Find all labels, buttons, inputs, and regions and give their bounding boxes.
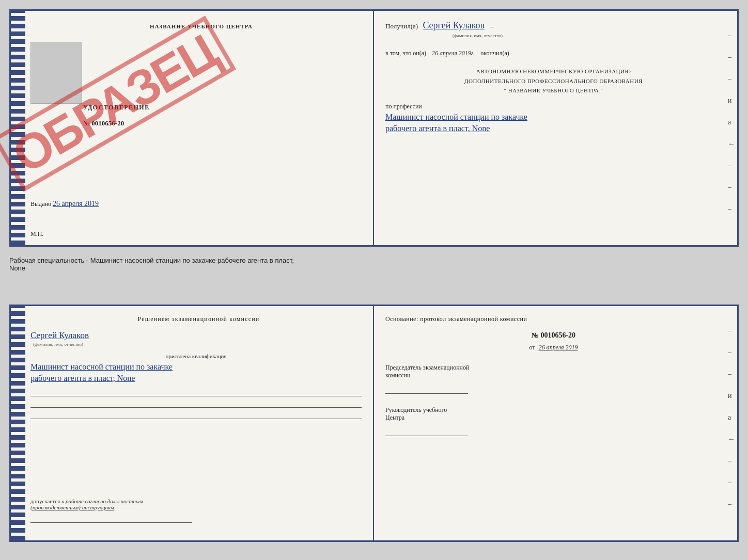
top-right-panel: – – – и а ← – – – Получил(а) Сергей Кула… [374, 11, 737, 245]
top-left-panel: НАЗВАНИЕ УЧЕБНОГО ЦЕНТРА ОБРАЗЕЦ УДОСТОВ… [11, 11, 374, 245]
predsedatel-label-1: Председатель экзаменационной [385, 364, 722, 372]
komissia-name: Сергей Кулаков [30, 330, 362, 341]
okonchil-label: окончил(а) [480, 50, 509, 57]
rukovoditel-signature-line [385, 425, 468, 436]
date-line: в том, что он(а) 26 апреля 2019г. окончи… [385, 50, 722, 57]
bottom-left-edge-decoration [11, 306, 25, 540]
dash-mid: – [490, 22, 494, 30]
dopusk-italic-2: (производственным) инструкциям [30, 504, 114, 510]
mp-label: М.П. [30, 230, 43, 238]
fio-hint-top: (фамилия, имя, отчество) [453, 33, 503, 38]
dash-6: ← [728, 140, 735, 148]
separator-text: Рабочая специальность - Машинист насосно… [9, 257, 294, 272]
dash-5: а [728, 118, 735, 126]
profession-label: по профессии [385, 103, 722, 110]
b-dash-1: – [728, 327, 735, 335]
b-dash-6: ← [728, 435, 735, 443]
b-dash-3: – [728, 370, 735, 378]
dopuskaetsya-block: допускается к работе согласно должностны… [30, 498, 192, 525]
komissia-header: Решением экзаменационной комиссии [36, 315, 362, 323]
recipient-line: Получил(а) Сергей Кулаков – (фамилия, им… [385, 20, 722, 39]
dopusk-italic-1: работе согласно должностным [66, 498, 143, 504]
dopusk-prefix: допускается к [30, 498, 64, 504]
b-dash-4: и [728, 392, 735, 400]
dash-9: – [728, 205, 735, 213]
vydano-date-value: 26 апреля 2019 [53, 200, 99, 207]
vydano-text: Выдано [30, 200, 51, 207]
predsedatel-label-2: комиссии [385, 372, 722, 379]
dash-7: – [728, 162, 735, 170]
dash-1: – [728, 31, 735, 40]
predsedatel-signature-line [385, 382, 468, 394]
poluchil-label: Получил(а) [385, 22, 418, 30]
protocol-date: от 26 апреля 2019 [385, 344, 722, 351]
underline-rows [30, 387, 362, 419]
dash-3: – [728, 75, 735, 83]
bottom-document: Решением экзаменационной комиссии Сергей… [9, 305, 739, 542]
bottom-right-panel: – – – и а ← – – – Основание: протокол эк… [374, 306, 737, 540]
org-line-2: ДОПОЛНИТЕЛЬНОГО ПРОФЕССИОНАЛЬНОГО ОБРАЗО… [385, 76, 722, 86]
org-block: АВТОНОМНУЮ НЕКОММЕРЧЕСКУЮ ОРГАНИЗАЦИЮ ДО… [385, 67, 722, 95]
photo-placeholder [30, 42, 82, 104]
recipient-name: Сергей Кулаков [423, 20, 485, 30]
udostoverenie-label: УДОСТОВЕРЕНИЕ [83, 104, 150, 111]
komissia-fio-hint: (фамилия, имя, отчество) [30, 342, 362, 347]
bottom-right-dashes: – – – и а ← – – – [728, 327, 735, 508]
b-dash-7: – [728, 457, 735, 465]
org-line-1: АВТОНОМНУЮ НЕКОММЕРЧЕСКУЮ ОРГАНИЗАЦИЮ [385, 67, 722, 76]
right-edge-dashes: – – – и а ← – – – [728, 31, 735, 213]
rukovoditel-label-2: Центра [385, 414, 722, 422]
underline-row-2 [30, 398, 362, 408]
sep-line1: Рабочая специальность - Машинист насосно… [9, 257, 294, 264]
completion-date: 26 апреля 2019г. [432, 50, 475, 57]
b-dash-8: – [728, 478, 735, 487]
b-dash-9: – [728, 500, 735, 508]
underline-row-1 [30, 387, 362, 396]
predsedatel-block: Председатель экзаменационной комиссии [385, 364, 722, 394]
vtom-label: в том, что он(а) [385, 50, 426, 57]
dash-2: – [728, 53, 735, 61]
org-line-3: " НАЗВАНИЕ УЧЕБНОГО ЦЕНТРА " [385, 86, 722, 95]
sep-line2: None [9, 264, 25, 272]
profession-name-1: Машинист насосной станции по закачке [385, 113, 722, 122]
kval-name-1: Машинист насосной станции по закачке [30, 362, 362, 372]
protocol-date-value: 26 апреля 2019 [539, 344, 578, 351]
dash-8: – [728, 183, 735, 191]
ot-label: от [529, 344, 535, 351]
rukovoditel-label-1: Руководитель учебного [385, 406, 722, 414]
top-left-header: НАЗВАНИЕ УЧЕБНОГО ЦЕНТРА [41, 23, 362, 29]
osnov-header: Основание: протокол экзаменационной коми… [385, 315, 722, 323]
top-document: НАЗВАНИЕ УЧЕБНОГО ЦЕНТРА ОБРАЗЕЦ УДОСТОВ… [9, 9, 739, 247]
dash-4: и [728, 97, 735, 105]
prisvoena-label: присвоена квалификация [30, 353, 362, 359]
left-edge-decoration [11, 11, 25, 245]
profession-name-2: рабочего агента в пласт, None [385, 124, 722, 133]
bottom-left-panel: Решением экзаменационной комиссии Сергей… [11, 306, 374, 540]
b-dash-2: – [728, 348, 735, 357]
protocol-number: № 0010656-20 [385, 331, 722, 340]
b-dash-5: а [728, 413, 735, 422]
kval-name-2: рабочего агента в пласт, None [30, 374, 362, 383]
cert-number: № 0010656-20 [83, 119, 124, 127]
vydano-label: Выдано 26 апреля 2019 [30, 200, 99, 208]
underline-row-3 [30, 410, 362, 419]
dopusk-underline [30, 514, 192, 523]
rukovoditel-block: Руководитель учебного Центра [385, 406, 722, 436]
